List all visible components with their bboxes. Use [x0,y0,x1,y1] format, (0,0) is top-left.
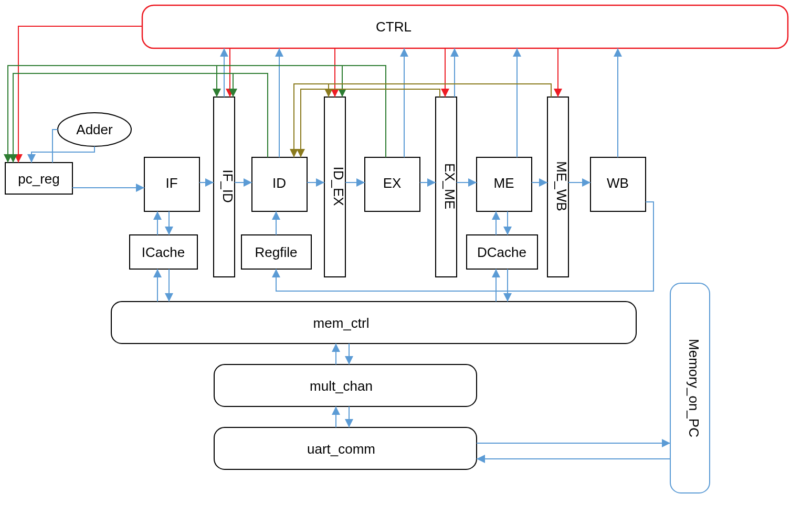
ctrl-label: CTRL [376,19,412,35]
dcache-label: DCache [477,244,526,260]
exme-label: EX_ME [442,163,458,209]
mewb-label: ME_WB [554,161,570,211]
arrow-exme-olive [301,89,440,157]
uartcomm-label: uart_comm [307,441,375,457]
pcreg-label: pc_reg [18,171,60,187]
if-label: IF [165,175,177,191]
idex-label: ID_EX [331,166,346,206]
memctrl-block [111,302,636,344]
ctrl-block [142,5,788,48]
ex-label: EX [383,175,402,191]
arrow-pcreg-adder [52,130,58,163]
id-label: ID [272,175,286,191]
multchan-label: mult_chan [310,378,373,394]
regfile-label: Regfile [255,244,298,260]
mempc-label: Memory_on_PC [686,339,702,437]
me-label: ME [494,175,514,191]
ifid-label: IF_ID [220,169,236,203]
icache-label: ICache [142,244,185,260]
wb-label: WB [607,175,629,191]
memctrl-label: mem_ctrl [313,315,370,331]
arrow-adder-pcreg [31,146,94,163]
adder-label: Adder [76,122,113,137]
